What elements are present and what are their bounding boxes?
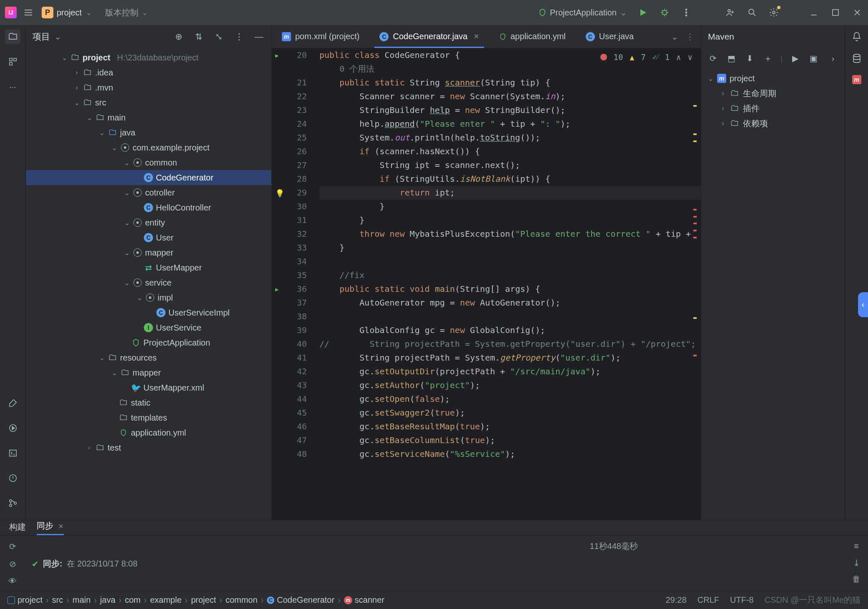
maven-download-icon[interactable]: ⬇ — [744, 53, 755, 64]
tab-appyml[interactable]: application.yml — [489, 25, 576, 48]
tab-user[interactable]: CUser.java — [576, 25, 644, 48]
tree-item-impl[interactable]: impl — [26, 290, 271, 305]
gutter[interactable]: ▶20 2122232425262728 💡29 303132333435 ▶3… — [272, 48, 314, 520]
intention-bulb-icon[interactable]: 💡 — [275, 186, 284, 200]
tree-item-entity[interactable]: entity — [26, 215, 271, 230]
tree-item-controller[interactable]: cotroller — [26, 185, 271, 200]
crumb-codegen[interactable]: CCodeGenerator — [267, 595, 334, 605]
collapse-all-button[interactable]: ⤡ — [213, 31, 225, 43]
crumb-java[interactable]: java — [100, 595, 115, 605]
usages-hint[interactable]: 0 个用法 — [339, 64, 374, 74]
tree-item-static[interactable]: static — [26, 395, 271, 410]
tab-pom[interactable]: mpom.xml (project) — [272, 25, 369, 48]
window-close-button[interactable] — [851, 7, 863, 18]
status-encoding[interactable]: UTF-8 — [730, 595, 754, 605]
crumb-pkg[interactable]: project — [191, 595, 216, 605]
crumb-com[interactable]: com — [125, 595, 140, 605]
tabs-more-icon[interactable]: ⋮ — [686, 32, 694, 42]
tree-item-appyml[interactable]: application.yml — [26, 425, 271, 440]
maven-run-icon[interactable]: ▶ — [789, 53, 801, 64]
tree-item-templates[interactable]: templates — [26, 410, 271, 425]
build-tab[interactable]: 构建 — [9, 521, 26, 535]
tree-item-codegenerator[interactable]: CCodeGenerator — [26, 170, 271, 185]
run-gutter-icon[interactable]: ▶ — [275, 48, 278, 62]
maven-add-icon[interactable]: ＋ — [762, 53, 774, 64]
tree-item-mapper[interactable]: mapper — [26, 245, 271, 260]
search-everywhere-button[interactable] — [746, 7, 758, 18]
code-content[interactable]: public class CodeGenerator { 0 个用法 publi… — [314, 48, 701, 520]
next-highlight-icon[interactable]: ∨ — [688, 53, 692, 62]
problem-indicators[interactable]: 10 ▲7 ✓⁄1 ∧ ∨ — [600, 53, 692, 62]
code-with-me-button[interactable] — [725, 7, 736, 18]
debug-button[interactable] — [659, 7, 670, 18]
maven-reload-icon[interactable]: ⟳ — [707, 53, 719, 64]
side-handle[interactable]: ‹ — [858, 292, 868, 317]
tree-item-service[interactable]: service — [26, 275, 271, 290]
tree-item-main[interactable]: main — [26, 110, 271, 125]
tree-root[interactable]: projectH:\23database\project — [26, 50, 271, 65]
terminal-tool-button[interactable] — [5, 446, 20, 461]
tree-item-common[interactable]: common — [26, 155, 271, 170]
settings-button[interactable] — [768, 7, 780, 18]
maven-expand-icon[interactable]: › — [827, 53, 839, 64]
maven-tree[interactable]: mproject 生命周期 插件 依赖项 — [701, 68, 845, 133]
tree-item-idea[interactable]: .idea — [26, 65, 271, 80]
maven-project-node[interactable]: mproject — [701, 71, 845, 86]
window-maximize-button[interactable] — [830, 7, 841, 18]
database-button[interactable] — [851, 53, 863, 64]
maven-plugins-node[interactable]: 插件 — [701, 101, 845, 116]
tree-item-user[interactable]: CUser — [26, 230, 271, 245]
tree-item-package[interactable]: com.example.project — [26, 140, 271, 155]
tree-item-hellocontroller[interactable]: CHelloController — [26, 200, 271, 215]
run-button[interactable] — [637, 7, 649, 18]
project-tool-button[interactable] — [5, 29, 20, 44]
vcs-dropdown[interactable]: 版本控制 — [105, 7, 148, 18]
build-tool-button[interactable] — [5, 396, 20, 411]
project-dropdown[interactable]: project — [57, 8, 92, 18]
tree-item-userservice[interactable]: IUserService — [26, 320, 271, 335]
panel-options-button[interactable]: ⋮ — [233, 31, 245, 43]
tree-item-projectapplication[interactable]: ProjectApplication — [26, 335, 271, 350]
tabs-dropdown-icon[interactable]: ⌄ — [671, 32, 678, 42]
tree-item-test[interactable]: test — [26, 440, 271, 455]
run-main-gutter-icon[interactable]: ▶ — [275, 282, 278, 296]
tree-item-mvn[interactable]: .mvn — [26, 80, 271, 95]
tab-codegenerator[interactable]: CCodeGenerator.java✕ — [369, 25, 489, 48]
crumb-example[interactable]: example — [150, 595, 182, 605]
tree-item-java[interactable]: java — [26, 125, 271, 140]
tree-item-userserviceimpl[interactable]: CUserServiceImpl — [26, 305, 271, 320]
tree-item-usermapper-xml[interactable]: 🐦UserMapper.xml — [26, 380, 271, 395]
main-menu-button[interactable] — [23, 7, 34, 18]
select-opened-file-button[interactable]: ⊕ — [173, 31, 185, 43]
tree-item-src[interactable]: src — [26, 95, 271, 110]
git-tool-button[interactable] — [5, 496, 20, 511]
sync-stop-icon[interactable]: ⊘ — [9, 559, 16, 569]
maven-tool-button[interactable]: m — [852, 74, 861, 84]
sync-refresh-icon[interactable]: ⟳ — [9, 541, 16, 551]
crumb-common[interactable]: common — [226, 595, 258, 605]
maven-execute-icon[interactable]: ▣ — [808, 53, 819, 64]
more-actions-button[interactable] — [680, 7, 692, 18]
sync-view-icon[interactable]: 👁 — [8, 576, 17, 586]
crumb-src[interactable]: src — [52, 595, 63, 605]
close-tab-icon[interactable]: ✕ — [474, 33, 479, 40]
hide-panel-button[interactable]: — — [253, 31, 265, 43]
tree-item-mapper-folder[interactable]: mapper — [26, 365, 271, 380]
maven-lifecycle-node[interactable]: 生命周期 — [701, 86, 845, 101]
prev-highlight-icon[interactable]: ∧ — [676, 53, 681, 62]
status-line-ending[interactable]: CRLF — [697, 595, 719, 605]
clear-icon[interactable]: 🗑 — [852, 574, 860, 584]
more-tool-button[interactable]: ··· — [5, 79, 20, 94]
run-config-dropdown[interactable]: ProjectApplication ⌄ — [538, 8, 627, 18]
code-editor[interactable]: 10 ▲7 ✓⁄1 ∧ ∨ ▶20 2122232425262728 💡29 3… — [272, 48, 701, 520]
status-cursor[interactable]: 29:28 — [666, 595, 687, 605]
soft-wrap-icon[interactable]: ≡ — [854, 541, 859, 551]
structure-tool-button[interactable] — [5, 54, 20, 69]
error-stripe[interactable] — [692, 48, 697, 520]
sync-tab[interactable]: 同步 ✕ — [37, 520, 64, 535]
scroll-end-icon[interactable]: ⤓ — [853, 558, 860, 568]
expand-all-button[interactable]: ⇅ — [193, 31, 205, 43]
problems-tool-button[interactable] — [5, 471, 20, 486]
project-tree[interactable]: projectH:\23database\project .idea .mvn … — [26, 48, 271, 520]
crumb-main[interactable]: main — [73, 595, 90, 605]
